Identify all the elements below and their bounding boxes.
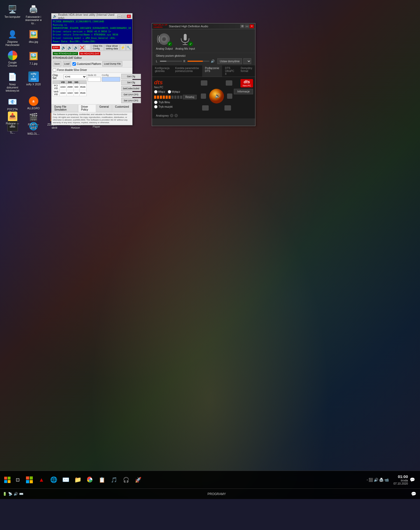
svg-rect-18 <box>26 476 29 480</box>
bar-seg <box>154 96 156 99</box>
taskbar-app-store[interactable] <box>24 474 35 486</box>
set-codec-button[interactable]: SetCodecSubId <box>121 86 141 91</box>
toolbar-btn-4[interactable]: ❌ <box>79 44 85 51</box>
movie-mode-radio[interactable] <box>154 101 158 104</box>
taskbar-app-headset[interactable]: 🎧 <box>120 474 132 486</box>
info-line: Running <= HDAUDIOFUNC_01&VEN_10EC&DEV_0… <box>53 23 131 30</box>
customized-platform-checkbox[interactable] <box>72 62 76 66</box>
desktop-icon-dtsu[interactable]: 🖼️ dtsu.jpg <box>24 28 43 48</box>
task-view-button[interactable]: ⊡ <box>13 475 22 485</box>
set-default-button[interactable]: Ustaw domyślnie <box>217 58 242 64</box>
dts-reset-button[interactable]: Resetuj <box>183 95 197 99</box>
start-button[interactable] <box>1 474 13 486</box>
clock-date: 07.10.2020 <box>390 482 408 485</box>
table-row: Verb VID 1043 1043 SID 8546 <box>53 90 87 96</box>
set-uaa-button[interactable]: Set UAA CFG <box>121 98 141 103</box>
taskbar-app-10[interactable]: 🚀 <box>132 474 144 486</box>
desktop-icon-pobrane[interactable]: 📥 Pobrane — skrót <box>3 110 22 131</box>
rog-minimize-button[interactable]: — <box>245 24 249 28</box>
tab-dts-ultra[interactable]: DTS UltraPC II <box>222 65 238 77</box>
cell-sidval: 8546 <box>79 84 86 90</box>
rog-titlebar[interactable]: REPUBLIC OFGAMERS Standard High Definiti… <box>152 23 255 29</box>
dts-music-mode[interactable]: Tryb muzyki <box>154 105 197 108</box>
toolbar-btn-5[interactable]: ⬜ <box>85 44 91 51</box>
tab-customized[interactable]: Customized <box>112 104 132 112</box>
toolbar-btn-1[interactable]: 🔊 <box>61 44 67 51</box>
tab-konfiguracja[interactable]: Konfiguracja głośnika <box>152 65 172 77</box>
taskbar-app-chrome[interactable] <box>84 474 96 486</box>
cell-sid: SID <box>74 84 79 90</box>
default-device-select[interactable] <box>243 58 251 64</box>
analog-radio-1[interactable] <box>170 114 173 117</box>
taskbar-notification-icon[interactable]: 💬 <box>410 490 417 498</box>
dts-info-button[interactable]: Informacje <box>234 89 253 94</box>
vol-l-slider[interactable] <box>160 61 182 62</box>
set-cfg-button[interactable]: Set Cfg <box>121 80 141 85</box>
node-config-panel: Node ID Config <box>88 74 120 103</box>
realtek-info-area: PCIVEN_8086&DEV_1C20&SUBSYS_C606144D Run… <box>51 19 132 44</box>
tab-podlaczenie-dts[interactable]: Podłączenie DTS <box>202 65 222 77</box>
taskbar-app-7[interactable]: 📋 <box>96 474 108 486</box>
badge-row: Has RTKHDAUD.DAT No HDACFG.DAT <box>51 51 132 56</box>
toolbar-btn-6[interactable]: ⚡ <box>120 44 126 51</box>
analog-radio-2[interactable] <box>175 114 178 117</box>
tab-domyslny-format[interactable]: Domyślny format <box>238 65 255 77</box>
node-id-input[interactable] <box>88 77 101 82</box>
taskbar-app-browser[interactable]: 🌐 <box>48 474 59 486</box>
maximize-button[interactable]: □ <box>122 14 126 18</box>
get-uaa-button[interactable]: Get UAA CFG <box>121 92 141 97</box>
analog-mic-label: Analog Mic Input <box>175 47 195 50</box>
toolbar-btn-3[interactable]: 🔊 <box>73 44 79 51</box>
rog-close-button[interactable]: ✕ <box>250 24 254 28</box>
cell-did: 2688 <box>66 84 74 90</box>
rog-settings-button[interactable]: ⚙ <box>240 24 244 28</box>
tab-general[interactable]: General <box>97 104 112 112</box>
toolbar-btn-2[interactable]: 🔊 <box>67 44 73 51</box>
load-dump-button[interactable]: Load Dump File <box>102 61 122 66</box>
get-cfg-button[interactable]: Get Cfg <box>121 74 141 79</box>
dts-on-radio[interactable]: Włącz <box>154 90 165 93</box>
desktop-icon-chrome[interactable]: Google Chrome <box>3 49 22 69</box>
bar-seg <box>166 96 168 99</box>
desktop-icon-71jpg[interactable]: 🖼️ 7.1.jpg <box>24 49 43 69</box>
taskbar-app-folder[interactable]: 📁 <box>72 474 83 486</box>
tab-korekta[interactable]: Korekta parametrów pomieszczenia <box>172 65 202 77</box>
taskbar-app-delta[interactable]: ▲ <box>36 474 47 486</box>
dts-on-label: Włącz <box>158 90 165 93</box>
config-input[interactable] <box>102 77 120 82</box>
desktop-icon-softy[interactable]: softyX2020 softy X 2020 <box>24 70 43 94</box>
taskbar-app-8[interactable]: 🎵 <box>108 474 120 486</box>
realtek-right-panel: Node ID Config Get Cfg Set Cfg <box>88 74 141 103</box>
desktop-icon-fax[interactable]: 🖨️ Faksowanie iskanowanie w sy... <box>24 3 43 26</box>
force-disable-checkbox[interactable] <box>53 68 56 72</box>
close-button[interactable]: ✕ <box>127 14 131 18</box>
dts-off-input[interactable] <box>168 90 171 93</box>
taskbar-main-row: ⊡ ▲ 🌐 ✉️ <box>0 471 420 489</box>
tab-dump-file[interactable]: Dump File Simulation <box>51 104 78 112</box>
dts-movie-mode[interactable]: Tryb filmu <box>154 101 197 104</box>
taskbar-app-mail[interactable]: ✉️ <box>60 474 71 486</box>
analog-output-icon-container: ✓ <box>156 32 172 46</box>
chip-set-label: Chip Set <box>52 74 62 80</box>
music-mode-radio[interactable] <box>154 105 158 108</box>
clear-fin-config-btn[interactable]: Clear FinConfig <box>91 44 104 51</box>
programs-label[interactable]: PROGRAMY <box>207 492 226 496</box>
notification-button[interactable]: 💬 <box>409 476 416 484</box>
desktop-icon-nowy[interactable]: 📄 Nowy dokumenttekstowy.txt <box>3 70 22 94</box>
vol-r-slider[interactable] <box>187 61 210 62</box>
chip-set-select[interactable]: ICH6 <box>64 74 86 79</box>
desktop-icon-user[interactable]: 👤 ZbigniewHaczkowski <box>3 28 22 48</box>
clear-driver-setting-btn[interactable]: Clear driversetting data <box>104 44 120 51</box>
minimize-button[interactable]: — <box>117 14 122 18</box>
realtek-titlebar[interactable]: 🔊 Realtek HDA driver test utility (Inter… <box>51 13 132 19</box>
show-hidden-tray-button[interactable]: › <box>367 478 368 482</box>
desktop-icon-filmy[interactable]: 🎬 FILMY — skrót <box>24 110 43 131</box>
tab-driver-policy[interactable]: Driver Policy <box>78 104 96 112</box>
load-button[interactable]: Load <box>63 61 71 66</box>
toolbar-btn-7[interactable]: 🔧 <box>126 44 132 51</box>
dts-on-input[interactable] <box>154 90 158 93</box>
save-button[interactable]: Save <box>53 61 61 66</box>
taskbar-clock[interactable]: 01:00 środa 07.10.2020 <box>390 474 408 485</box>
dts-off-radio[interactable]: Wyłącz <box>168 90 180 93</box>
desktop-icon-computer[interactable]: 🖥️ Ten komputer <box>3 3 22 26</box>
